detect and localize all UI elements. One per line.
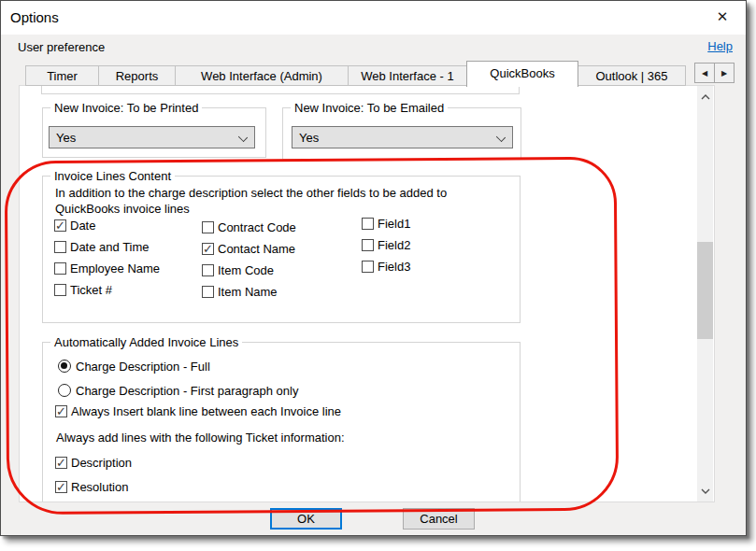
- checkbox-label: Field3: [378, 260, 410, 274]
- checkbox-field3[interactable]: Field3: [362, 261, 410, 273]
- ticket-info-checkboxes: DescriptionResolution: [55, 457, 132, 502]
- checked-checkbox-icon[interactable]: [55, 481, 67, 493]
- emailed-dropdown[interactable]: Yes: [292, 126, 513, 148]
- checkbox-label: Resolution: [71, 480, 128, 494]
- scrollbar-thumb[interactable]: [697, 242, 713, 339]
- checkbox-contact-name[interactable]: Contact Name: [202, 243, 296, 255]
- user-preference-label: User preference: [18, 40, 105, 54]
- title-bar: Options ✕: [1, 1, 746, 35]
- clipped-groupbox-above: [41, 85, 520, 94]
- invoice-lines-groupbox: Invoice Lines Content In addition to the…: [42, 176, 521, 323]
- checkbox-date[interactable]: Date: [54, 219, 160, 232]
- unchecked-checkbox-icon[interactable]: [362, 239, 374, 251]
- checkbox-column-3: Field1Field2Field3: [362, 218, 410, 282]
- tab-timer[interactable]: Timer: [25, 65, 99, 86]
- unchecked-checkbox-icon[interactable]: [202, 286, 214, 298]
- unchecked-checkbox-icon[interactable]: [202, 264, 214, 276]
- checked-checkbox-icon[interactable]: [202, 243, 214, 255]
- checkbox-column-2: Contract CodeContact NameItem CodeItem N…: [202, 221, 296, 307]
- tab-outlook-365[interactable]: Outlook | 365: [578, 65, 686, 86]
- checkbox-always-insert-blank-line-between-each-invoice-line[interactable]: Always Insert blank line between each In…: [55, 405, 341, 417]
- tab-reports[interactable]: Reports: [98, 65, 176, 86]
- tab-web-interface-1[interactable]: Web Interface - 1: [348, 65, 467, 86]
- tab-strip: TimerReportsWeb Interface (Admin)Web Int…: [25, 61, 686, 86]
- emailed-groupbox: New Invoice: To be Emailed Yes: [282, 107, 521, 160]
- checkbox-date-and-time[interactable]: Date and Time: [54, 241, 160, 253]
- vertical-scrollbar[interactable]: [697, 86, 713, 502]
- checked-checkbox-icon[interactable]: [55, 457, 67, 469]
- checkbox-description[interactable]: Description: [55, 457, 132, 469]
- tab-scroll-right-icon[interactable]: ▶: [714, 63, 735, 83]
- unchecked-checkbox-icon[interactable]: [54, 284, 66, 296]
- radio-charge-description-full[interactable]: Charge Description - Full: [58, 360, 298, 373]
- checkbox-label: Field2: [378, 238, 410, 252]
- help-link[interactable]: Help: [707, 39, 733, 53]
- instruction-line-1: In addition to the charge description se…: [55, 186, 447, 200]
- window-title: Options: [10, 9, 59, 25]
- checkbox-label: Field1: [378, 217, 410, 231]
- unchecked-checkbox-icon[interactable]: [362, 261, 374, 273]
- unchecked-checkbox-icon[interactable]: [54, 262, 66, 275]
- printed-dropdown[interactable]: Yes: [49, 126, 255, 148]
- auto-lines-title: Automatically Added Invoice Lines: [50, 335, 242, 349]
- checkbox-contract-code[interactable]: Contract Code: [202, 221, 296, 233]
- unchecked-checkbox-icon[interactable]: [202, 221, 214, 233]
- checkbox-label: Description: [71, 456, 132, 470]
- printed-groupbox-title: New Invoice: To be Printed: [50, 101, 202, 115]
- tab-scroll-left-icon[interactable]: ◀: [694, 63, 715, 83]
- tab-quickbooks[interactable]: QuickBooks: [466, 61, 578, 87]
- checkbox-label: Contact Name: [218, 242, 295, 256]
- checkbox-label: Item Code: [218, 263, 274, 277]
- ticket-info-label: Always add lines with the following Tick…: [56, 431, 345, 445]
- selected-radio-icon[interactable]: [58, 360, 71, 373]
- checkbox-label: Contract Code: [218, 220, 296, 234]
- unselected-radio-icon[interactable]: [58, 384, 71, 397]
- cancel-button[interactable]: Cancel: [403, 508, 475, 530]
- ok-button[interactable]: OK: [270, 508, 342, 530]
- checkbox-label: Date and Time: [70, 240, 150, 254]
- tab-web-interface-admin[interactable]: Web Interface (Admin): [175, 65, 349, 86]
- printed-dropdown-value: Yes: [50, 131, 76, 145]
- radio-label: Charge Description - First paragraph onl…: [76, 384, 298, 398]
- radio-charge-description-first-paragraph-only[interactable]: Charge Description - First paragraph onl…: [58, 384, 298, 397]
- checkbox-field2[interactable]: Field2: [362, 239, 410, 251]
- checked-checkbox-icon[interactable]: [55, 405, 67, 417]
- checkbox-label: Ticket #: [70, 283, 112, 297]
- invoice-lines-title: Invoice Lines Content: [50, 169, 175, 183]
- quickbooks-tab-page: New Invoice: To be Printed Yes New Invoi…: [19, 85, 715, 502]
- emailed-dropdown-value: Yes: [292, 131, 319, 145]
- scroll-up-icon[interactable]: [697, 89, 713, 105]
- checked-checkbox-icon[interactable]: [54, 219, 66, 232]
- unchecked-checkbox-icon[interactable]: [54, 241, 66, 253]
- chevron-down-icon: [238, 133, 248, 142]
- checkbox-field1[interactable]: Field1: [362, 218, 410, 230]
- radio-label: Charge Description - Full: [76, 360, 210, 374]
- chevron-down-icon: [496, 133, 506, 142]
- blank-line-checkbox-holder: Always Insert blank line between each In…: [55, 405, 341, 427]
- options-dialog: Options ✕ User preference Help TimerRepo…: [0, 0, 747, 536]
- charge-description-radio-group: Charge Description - FullCharge Descript…: [58, 360, 298, 408]
- unchecked-checkbox-icon[interactable]: [362, 218, 374, 230]
- checkbox-item-code[interactable]: Item Code: [202, 264, 296, 276]
- emailed-groupbox-title: New Invoice: To be Emailed: [291, 101, 448, 115]
- checkbox-column-1: DateDate and TimeEmployee NameTicket #: [54, 219, 160, 305]
- checkbox-item-name[interactable]: Item Name: [202, 286, 296, 298]
- auto-lines-groupbox: Automatically Added Invoice Lines Charge…: [42, 342, 521, 502]
- checkbox-label: Always Insert blank line between each In…: [71, 404, 341, 418]
- printed-groupbox: New Invoice: To be Printed Yes: [42, 107, 266, 158]
- checkbox-employee-name[interactable]: Employee Name: [54, 262, 160, 275]
- instruction-line-2: QuickBooks invoice lines: [55, 202, 190, 216]
- checkbox-label: Date: [70, 219, 95, 233]
- checkbox-label: Item Name: [218, 285, 278, 299]
- checkbox-resolution[interactable]: Resolution: [55, 481, 132, 493]
- checkbox-ticket[interactable]: Ticket #: [54, 284, 160, 296]
- checkbox-label: Employee Name: [70, 261, 160, 276]
- scroll-down-icon[interactable]: [697, 483, 713, 499]
- close-icon[interactable]: ✕: [709, 5, 735, 29]
